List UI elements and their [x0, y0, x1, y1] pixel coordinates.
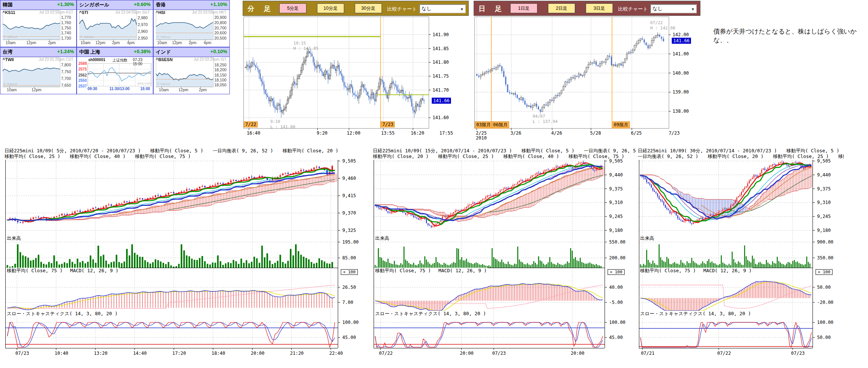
y-axis-label: 9,245 — [609, 214, 623, 219]
y-axis-label: 18,200 — [214, 67, 229, 72]
y-axis-label: 100.00 — [609, 320, 625, 325]
y-axis-label: 139.00 — [673, 89, 689, 95]
x-axis-label: 13:20 — [94, 351, 108, 356]
tab-10min[interactable]: 10分足 — [317, 3, 344, 13]
market-timestamp: Jul 23 04:59pm SGT — [115, 10, 150, 14]
x-axis-label: 07/23 — [791, 351, 805, 356]
market-panel-india[interactable]: インド+0.10%^BSESNJul 23 03:29pm IST18,2501… — [153, 47, 230, 94]
y-axis-label: 141.75 — [432, 74, 449, 79]
market-change-badge: +1.24% — [57, 49, 74, 54]
x-axis-label: 07/22 — [717, 351, 731, 356]
market-change-badge: +1.10% — [211, 2, 227, 7]
x-axis-label: 12pm — [179, 87, 188, 92]
date-badge: 06限月 — [492, 121, 509, 129]
x-axis-label: 12:00 — [347, 130, 360, 136]
y-axis-label: -20.00 — [817, 300, 833, 305]
market-symbol: ^BSESN — [156, 57, 172, 62]
market-panel-header: 中国 上海+0.38% — [77, 48, 153, 57]
date-badge: 7/22 — [244, 121, 258, 127]
x-axis-label: 11:30/13:00 — [109, 87, 129, 91]
market-panel-singapore[interactable]: シンガポール+0.60%^STIJul 23 04:59pm SGT2,9802… — [77, 0, 153, 47]
x-axis-label: 16:20 — [411, 130, 424, 136]
market-panel-korea[interactable]: 韓国+1.30%^KS11Jul 23 02:55pm KST1,7701,76… — [0, 0, 77, 47]
compare-chart-select[interactable]: なし ▼ — [419, 4, 466, 13]
x-axis-label: 12pm — [26, 40, 36, 45]
y-axis-label: 141.60 — [432, 115, 449, 120]
market-panel-hongkong[interactable]: 香港+1.10%^HSIJul 23 03:59pm HKT20,90020,8… — [153, 0, 230, 47]
x-axis-label: 18:40 — [212, 351, 225, 356]
y-axis-label: -5.00 — [609, 300, 623, 305]
x-axis-label: 20:00 — [571, 351, 584, 356]
y-axis-label: 9,415 — [342, 193, 356, 198]
y-axis-label: 9,310 — [817, 200, 831, 205]
volume-multiplier-badge: × 100 — [816, 269, 833, 275]
y-axis-label: 9,505 — [817, 158, 831, 164]
market-panel-title: 中国 上海 — [79, 49, 100, 55]
chart-annotation: 9:10 L : 141.60 — [270, 119, 295, 130]
y-axis-label: 9,180 — [609, 228, 623, 233]
tech-chart-header-line2: 一目均衡表( 9, 26, 52 ) 移動平均( Close, 20 ) 移動平… — [638, 153, 844, 160]
y-axis-label: 2,960 — [138, 29, 153, 34]
x-axis-label: 07/23 — [15, 351, 29, 356]
tab-3day[interactable]: 3日足 — [586, 3, 613, 13]
x-axis-label: 22:40 — [329, 351, 343, 356]
tech-chart-5min: 日経225mini 10/09( 5分, 2010/07/20 - 2010/0… — [4, 148, 370, 368]
minute-chart-toolbar: 分 足 5分足 10分足 30分足 比較チャート なし ▼ — [243, 1, 469, 16]
x-axis-label: 12pm — [31, 87, 41, 92]
world-markets-grid: 韓国+1.30%^KS11Jul 23 02:55pm KST1,7701,76… — [0, 0, 231, 95]
yahoo-watermark: © Yahoo! — [157, 35, 171, 39]
tab-1day[interactable]: 1日足 — [510, 3, 537, 13]
market-symbol: ^HSI — [156, 10, 165, 15]
macd-pane-title: 移動平均( Close, 75 ) MACD( 12, 26, 9 ) — [639, 268, 753, 274]
x-axis-label: 3/26 — [510, 130, 521, 136]
y-axis-label: 9,505 — [609, 158, 623, 164]
date-badge: 03限月 — [475, 121, 492, 129]
x-axis-label: 4/26 — [551, 130, 562, 136]
tab-5min[interactable]: 5分足 — [279, 3, 306, 13]
market-panel-title: インド — [156, 49, 171, 55]
y-axis-label: 1,770 — [61, 15, 76, 20]
market-panel-china[interactable]: 中国 上海+0.38%sh000001上证指数07-23 15:00258825… — [77, 47, 153, 94]
yahoo-watermark: © Yahoo! — [3, 35, 17, 39]
market-panel-taiwan[interactable]: 台湾+1.24%^TWIIJul 23 01:25pm CST7,8007,75… — [0, 47, 77, 94]
current-price-badge: 141.66 — [672, 38, 691, 44]
market-symbol: ^KS11 — [3, 10, 15, 15]
tab-2day[interactable]: 2日足 — [548, 3, 575, 13]
macd-pane-title: 移動平均( Close, 75 ) MACD( 12, 26, 9 ) — [6, 268, 119, 274]
x-axis-label: 21:20 — [290, 351, 303, 356]
y-axis-label: 7,700 — [61, 76, 76, 81]
y-axis-label: 1,760 — [61, 20, 76, 25]
x-axis-label: 09:30 — [88, 87, 97, 91]
x-axis-label: 17:20 — [172, 351, 186, 356]
x-axis-label: 07/23 — [492, 351, 506, 356]
y-axis-label: 26.50 — [342, 285, 356, 290]
x-axis-label: 2pm — [199, 87, 206, 92]
tab-30min[interactable]: 30分足 — [355, 3, 382, 13]
compare-chart-select[interactable]: なし ▼ — [650, 4, 697, 13]
market-panel-title: 台湾 — [3, 49, 12, 55]
y-axis-label: 350.00 — [817, 255, 833, 261]
y-axis-label: 20,500 — [214, 36, 229, 40]
yahoo-watermark: © Yahoo! — [3, 82, 17, 86]
x-axis-label: 2pm — [48, 40, 55, 45]
stochastics-pane-title: スロー・ストキャスティクス( 14, 3, 80, 20 ) — [374, 311, 487, 317]
y-axis-label: 7.00 — [342, 300, 353, 305]
x-axis-label: 7/23 — [669, 130, 680, 136]
y-axis-label: 50.00 — [817, 335, 831, 340]
market-panel-title: 韓国 — [3, 2, 12, 8]
y-axis-label: 50.00 — [817, 285, 831, 290]
market-symbol: sh000001 — [88, 58, 105, 62]
y-axis-label: 9,325 — [342, 228, 356, 233]
market-comment: 債券が天井つけたとなると、株はしばらく強いかな、、 — [713, 27, 866, 44]
macd-pane-title: 移動平均( Close, 75 ) MACD( 12, 26, 9 ) — [374, 268, 488, 274]
y-axis-label: 2550 — [78, 78, 87, 83]
y-axis-label: 141.00 — [673, 51, 689, 57]
market-panel-header: 台湾+1.24% — [0, 48, 76, 57]
yahoo-watermark: © Yahoo! — [80, 35, 94, 39]
tech-chart-30min: 日経225mini 10/09( 30分, 2010/07/14 - 2010/… — [637, 148, 844, 368]
market-timestamp: Jul 23 03:59pm HKT — [192, 10, 226, 14]
minute-chart-canvas — [243, 17, 431, 130]
x-axis-label: 13:55 — [381, 130, 395, 136]
x-axis-label: 12pm — [95, 40, 105, 45]
y-axis-label: 18,150 — [214, 73, 229, 77]
